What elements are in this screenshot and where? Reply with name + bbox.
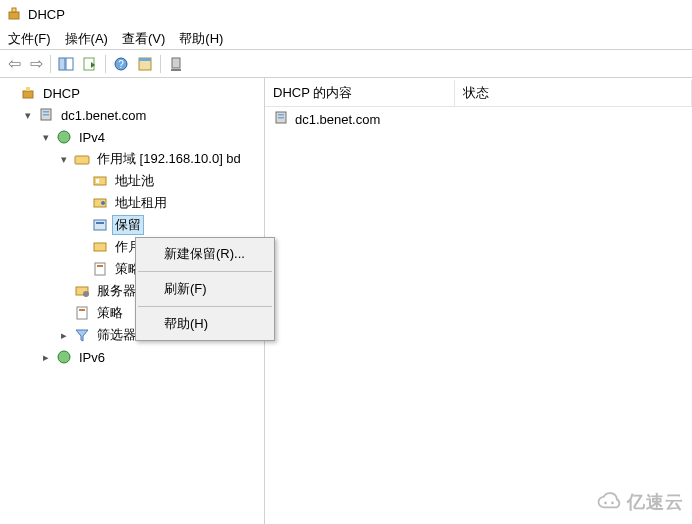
tree-label: IPv4 [76, 129, 108, 146]
list-panel: DHCP 的内容 状态 dc1.benet.com [265, 78, 692, 524]
expander-icon[interactable] [22, 109, 34, 122]
svg-rect-3 [66, 58, 73, 70]
menu-bar: 文件(F) 操作(A) 查看(V) 帮助(H) [0, 28, 692, 50]
svg-rect-8 [139, 58, 151, 61]
policies-icon [74, 305, 90, 321]
list-item[interactable]: dc1.benet.com [265, 107, 692, 132]
scope-options-icon [92, 239, 108, 255]
menu-item-refresh[interactable]: 刷新(F) [136, 275, 274, 303]
svg-point-28 [83, 291, 89, 297]
svg-rect-11 [23, 91, 33, 98]
svg-rect-1 [12, 8, 16, 12]
menu-item-help[interactable]: 帮助(H) [136, 310, 274, 338]
help-button[interactable]: ? [110, 53, 132, 75]
watermark: 亿速云 [595, 488, 684, 516]
tree-node-server[interactable]: dc1.benet.com [18, 104, 264, 126]
tree-node-addresspool[interactable]: 地址池 [72, 170, 264, 192]
server-icon [273, 110, 289, 129]
tree-node-ipv6[interactable]: IPv6 [36, 346, 264, 368]
svg-rect-24 [94, 243, 106, 251]
menu-item-new-reservation[interactable]: 新建保留(R)... [136, 240, 274, 268]
filter-icon [74, 327, 90, 343]
title-bar: DHCP [0, 0, 692, 28]
tree-label: 保留 [112, 215, 144, 235]
addresspool-icon [92, 173, 108, 189]
svg-rect-25 [95, 263, 105, 275]
expander-icon[interactable] [58, 153, 70, 166]
svg-rect-22 [94, 220, 106, 230]
ipv6-icon [56, 349, 72, 365]
svg-rect-10 [171, 69, 181, 71]
expander-icon[interactable] [40, 351, 52, 364]
toolbar-separator [50, 55, 51, 73]
tree-node-addresslease[interactable]: 地址租用 [72, 192, 264, 214]
app-icon [6, 6, 22, 22]
column-header-contents[interactable]: DHCP 的内容 [265, 80, 455, 106]
scope-icon [74, 151, 90, 167]
svg-rect-2 [59, 58, 65, 70]
expander-icon[interactable] [40, 131, 52, 144]
svg-rect-34 [278, 117, 284, 119]
tree-label: 策略 [94, 303, 126, 323]
svg-rect-29 [77, 307, 87, 319]
menu-help[interactable]: 帮助(H) [179, 30, 223, 48]
menu-file[interactable]: 文件(F) [8, 30, 51, 48]
server-action-button[interactable] [165, 53, 187, 75]
tree-label: 筛选器 [94, 325, 139, 345]
watermark-text: 亿速云 [627, 490, 684, 514]
svg-point-36 [611, 502, 614, 505]
svg-rect-14 [43, 111, 49, 113]
svg-rect-18 [94, 177, 106, 185]
back-button[interactable]: ⇦ [4, 53, 24, 75]
toolbar-separator [105, 55, 106, 73]
tree-node-ipv4[interactable]: IPv4 [36, 126, 264, 148]
svg-rect-17 [75, 156, 89, 164]
svg-rect-15 [43, 114, 49, 116]
svg-point-31 [58, 351, 70, 363]
menu-separator [138, 306, 272, 307]
tree-label: DHCP [40, 85, 83, 102]
tree-label: dc1.benet.com [58, 107, 149, 124]
properties-button[interactable] [134, 53, 156, 75]
svg-rect-26 [97, 265, 103, 267]
svg-rect-0 [9, 12, 19, 19]
show-hide-tree-button[interactable] [55, 53, 77, 75]
window-title: DHCP [28, 7, 65, 22]
svg-rect-9 [172, 58, 180, 68]
tree-node-dhcp-root[interactable]: DHCP [0, 82, 264, 104]
ipv4-icon [56, 129, 72, 145]
svg-rect-19 [96, 179, 99, 183]
tree-label: 地址租用 [112, 193, 170, 213]
list-header: DHCP 的内容 状态 [265, 80, 692, 107]
cloud-icon [595, 488, 623, 516]
dhcp-icon [20, 85, 36, 101]
menu-separator [138, 271, 272, 272]
svg-point-35 [604, 502, 607, 505]
menu-action[interactable]: 操作(A) [65, 30, 108, 48]
svg-rect-23 [96, 222, 104, 224]
reservations-icon [92, 217, 108, 233]
tree-label: IPv6 [76, 349, 108, 366]
server-options-icon [74, 283, 90, 299]
tree-label: 作用域 [192.168.10.0] bd [94, 149, 244, 169]
export-button[interactable] [79, 53, 101, 75]
svg-point-21 [101, 201, 105, 205]
forward-button[interactable]: ⇨ [26, 53, 46, 75]
tree-label: 服务器 [94, 281, 139, 301]
context-menu: 新建保留(R)... 刷新(F) 帮助(H) [135, 237, 275, 341]
tree-node-reservations[interactable]: 保留 [72, 214, 264, 236]
tree-node-scope[interactable]: 作用域 [192.168.10.0] bd [54, 148, 264, 170]
expander-icon[interactable] [58, 329, 70, 342]
tool-bar: ⇦ ⇨ ? [0, 50, 692, 78]
svg-rect-12 [26, 87, 30, 91]
toolbar-separator [160, 55, 161, 73]
svg-text:?: ? [118, 59, 124, 70]
server-icon [38, 107, 54, 123]
column-header-status[interactable]: 状态 [455, 80, 692, 106]
svg-rect-33 [278, 114, 284, 116]
tree-label: 地址池 [112, 171, 157, 191]
svg-point-16 [58, 131, 70, 143]
svg-rect-30 [79, 309, 85, 311]
policies-icon [92, 261, 108, 277]
menu-view[interactable]: 查看(V) [122, 30, 165, 48]
